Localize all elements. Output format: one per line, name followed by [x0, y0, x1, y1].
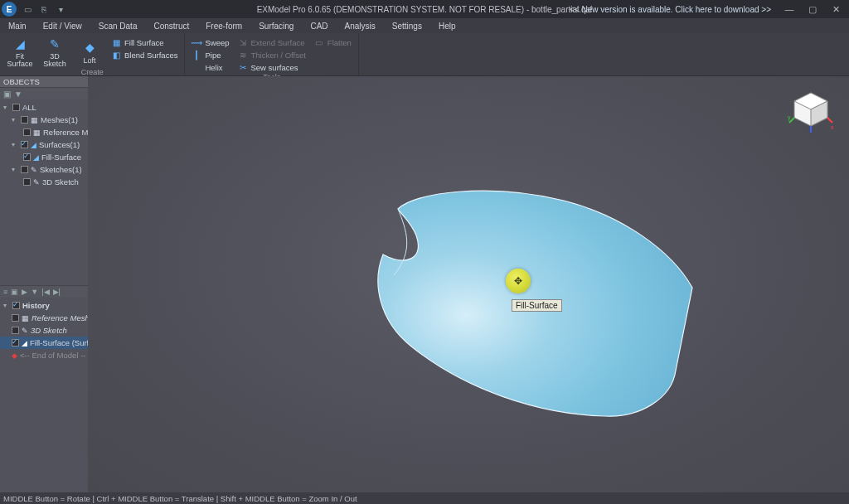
loft-button[interactable]: ◆ Loft — [73, 35, 106, 68]
helix-button[interactable]: Helix — [188, 61, 232, 73]
3d-sketch-button[interactable]: ✎ 3D Sketch — [38, 35, 71, 68]
thicken-label: Thicken / Offset — [251, 51, 306, 60]
objects-tb-icon1[interactable]: ▣ — [3, 90, 11, 99]
menu-construct[interactable]: Construct — [145, 22, 197, 31]
loft-label: Loft — [83, 56, 95, 65]
thicken-icon: ≋ — [238, 50, 248, 60]
3d-viewport[interactable]: ✥ Fill-Surface y x — [88, 76, 849, 492]
history-tb-2[interactable]: ▣ — [11, 288, 18, 296]
sweep-button[interactable]: ⟿Sweep — [188, 36, 232, 48]
view-cube[interactable]: y x — [788, 88, 834, 134]
checkbox[interactable] — [12, 339, 19, 346]
history-fill-surface[interactable]: ◢Fill-Surface (Surface) — [0, 337, 88, 349]
blend-surfaces-button[interactable]: ◧Blend Surfaces — [108, 49, 181, 61]
3d-sketch-icon: ✎ — [47, 36, 62, 51]
app-logo: E — [2, 2, 17, 17]
history-3d-sketch[interactable]: ✎3D Sketch — [0, 324, 88, 337]
objects-panel-title: OBJECTS — [0, 76, 88, 88]
helix-icon — [192, 62, 201, 72]
tree-all-label: ALL — [22, 103, 36, 112]
history-3d-sketch-label: 3D Sketch — [31, 326, 67, 335]
history-toolbar[interactable]: ≡ ▣ ▶ ▼ |◀ ▶| — [0, 286, 88, 298]
fill-surface-label: Fill Surface — [124, 38, 164, 47]
tree-all[interactable]: ▾ALL — [0, 101, 88, 114]
history-tb-5[interactable]: |◀ — [41, 288, 49, 296]
menu-settings[interactable]: Settings — [384, 22, 430, 31]
history-ref-mesh[interactable]: ▦Reference Mesh — [0, 312, 88, 324]
sew-label: Sew surfaces — [251, 63, 298, 72]
tree-surfaces-label: Surfaces(1) — [39, 140, 80, 149]
status-text: MIDDLE Button = Rotate | Ctrl + MIDDLE B… — [3, 494, 357, 503]
maximize-button[interactable]: ▢ — [801, 0, 824, 18]
extend-surface-icon: ⇲ — [238, 37, 248, 47]
checkbox[interactable] — [21, 141, 28, 148]
thicken-offset-button[interactable]: ≋Thicken / Offset — [235, 49, 309, 61]
checkbox[interactable] — [12, 302, 20, 309]
history-tb-3[interactable]: ▶ — [22, 288, 27, 296]
extend-surface-button[interactable]: ⇲Extend Surface — [235, 36, 309, 48]
tree-meshes-label: Meshes(1) — [41, 115, 78, 124]
history-end-of-model[interactable]: ◆<-- End of Model -- — [0, 349, 88, 361]
side-panels: OBJECTS ▣ ▼ ▾ALL ▾▦Meshes(1) ▦Reference … — [0, 76, 88, 492]
axis-x-label: x — [831, 124, 834, 130]
tree-3d-sketch[interactable]: ✎3D Sketch — [0, 176, 88, 188]
menu-main[interactable]: Main — [0, 22, 35, 31]
sketch-icon: ✎ — [22, 327, 28, 335]
surface-icon: ◢ — [31, 141, 36, 149]
checkbox[interactable] — [12, 104, 20, 111]
tree-surfaces[interactable]: ▾◢Surfaces(1) — [0, 138, 88, 151]
menu-edit-view[interactable]: Edit / View — [35, 22, 90, 31]
title-bar: E ▭ ⎘ ▾ EXModel Pro 6.0.65 (DEMONSTRATIO… — [0, 0, 849, 18]
tree-fill-surface[interactable]: ◢Fill-Surface — [0, 151, 88, 163]
history-tb-1[interactable]: ≡ — [3, 288, 7, 296]
qat-new-icon[interactable]: ▭ — [22, 3, 33, 15]
sew-icon: ✂ — [238, 62, 248, 72]
tree-ref-mesh[interactable]: ▦Reference Mesh ( — [0, 126, 88, 138]
tree-fill-surface-label: Fill-Surface — [41, 153, 81, 162]
history-end-label: <-- End of Model -- — [20, 351, 85, 360]
flatten-label: Flatten — [327, 38, 352, 47]
qat-save-icon[interactable]: ▾ — [55, 3, 66, 15]
history-tb-6[interactable]: ▶| — [53, 288, 61, 296]
menu-help[interactable]: Help — [430, 22, 464, 31]
objects-tb-icon2[interactable]: ▼ — [14, 90, 22, 99]
update-notice[interactable]: << New version is available. Click here … — [570, 5, 771, 14]
tree-sketches[interactable]: ▾✎Sketches(1) — [0, 163, 88, 176]
tree-meshes[interactable]: ▾▦Meshes(1) — [0, 114, 88, 126]
checkbox[interactable] — [12, 314, 19, 322]
blend-surfaces-icon: ◧ — [111, 50, 121, 60]
history-root[interactable]: ▾History — [0, 299, 88, 312]
objects-toolbar[interactable]: ▣ ▼ — [0, 88, 88, 99]
blend-surfaces-label: Blend Surfaces — [124, 51, 177, 60]
fill-surface-icon: ▦ — [111, 37, 121, 47]
pipe-label: Pipe — [205, 51, 221, 60]
checkbox[interactable] — [23, 128, 31, 136]
sew-surfaces-button[interactable]: ✂Sew surfaces — [235, 61, 309, 73]
quick-access-toolbar: ▭ ⎘ ▾ — [22, 3, 66, 15]
loft-icon: ◆ — [82, 40, 97, 55]
menu-cad[interactable]: CAD — [302, 22, 336, 31]
checkbox[interactable] — [21, 166, 28, 173]
checkbox[interactable] — [21, 116, 28, 124]
history-tb-4[interactable]: ▼ — [31, 288, 38, 296]
fill-surface-button[interactable]: ▦Fill Surface — [108, 36, 181, 48]
minimize-button[interactable]: — — [778, 0, 801, 18]
fit-surface-button[interactable]: ◢ Fit Surface — [3, 35, 36, 68]
pipe-button[interactable]: ┃Pipe — [188, 49, 232, 61]
menu-analysis[interactable]: Analysis — [337, 22, 384, 31]
menu-scan-data[interactable]: Scan Data — [90, 22, 146, 31]
menu-surfacing[interactable]: Surfacing — [250, 22, 302, 31]
tree-ref-mesh-label: Reference Mesh ( — [43, 128, 88, 137]
menu-free-form[interactable]: Free-form — [197, 22, 250, 31]
history-title-label: History — [22, 301, 50, 310]
ribbon-group-tools: ⟿Sweep ┃Pipe Helix ⇲Extend Surface ≋Thic… — [185, 33, 358, 75]
svg-line-4 — [827, 118, 832, 123]
qat-open-icon[interactable]: ⎘ — [38, 3, 50, 15]
close-button[interactable]: ✕ — [824, 0, 847, 18]
checkbox[interactable] — [23, 153, 31, 161]
objects-tree: ▾ALL ▾▦Meshes(1) ▦Reference Mesh ( ▾◢Sur… — [0, 99, 88, 188]
checkbox[interactable] — [12, 327, 19, 334]
workspace: OBJECTS ▣ ▼ ▾ALL ▾▦Meshes(1) ▦Reference … — [0, 76, 849, 492]
flatten-button[interactable]: ▭Flatten — [311, 36, 355, 48]
checkbox[interactable] — [23, 178, 31, 186]
